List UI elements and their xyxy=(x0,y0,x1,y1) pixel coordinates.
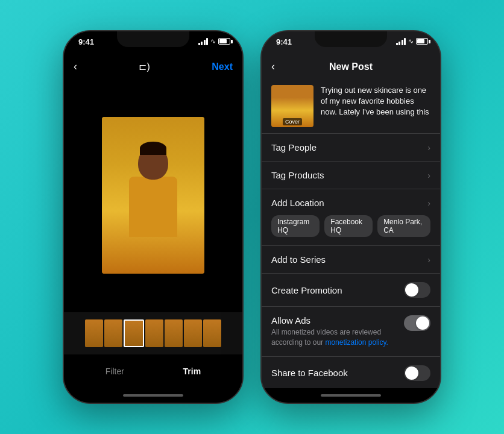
chip-instagram-hq[interactable]: Instagram HQ xyxy=(271,215,320,237)
notch-2 xyxy=(315,31,387,47)
share-facebook-row: Share to Facebook xyxy=(262,357,440,388)
add-location-label: Add Location xyxy=(271,198,324,208)
tag-products-row[interactable]: Tag Products › xyxy=(262,162,440,189)
timeline-frame xyxy=(203,319,221,347)
tag-products-label: Tag Products xyxy=(271,170,324,180)
add-to-series-label: Add to Series xyxy=(271,254,326,265)
video-area xyxy=(64,78,242,312)
nav-bar-1: ‹ ⊏) Next xyxy=(64,58,242,78)
video-person xyxy=(102,117,204,274)
chip-facebook-hq[interactable]: Facebook HQ xyxy=(324,215,373,237)
share-facebook-label: Share to Facebook xyxy=(271,368,348,378)
allow-ads-label: Allow Ads xyxy=(271,315,397,326)
battery-icon xyxy=(218,38,230,45)
create-promotion-toggle[interactable] xyxy=(404,282,430,298)
timeline-area[interactable] xyxy=(64,312,242,354)
battery-icon-2 xyxy=(416,38,428,45)
wifi-icon: ∿ xyxy=(210,37,216,45)
chevron-icon-3: › xyxy=(427,198,430,208)
chip-menlo-park[interactable]: Menlo Park, CA xyxy=(377,215,430,237)
status-time-2: 9:41 xyxy=(276,37,292,46)
post-content: Cover Trying out new skincare is one of … xyxy=(262,79,440,388)
add-location-row[interactable]: Add Location › xyxy=(262,189,440,212)
location-chips: Instagram HQ Facebook HQ Menlo Park, CA xyxy=(262,212,440,246)
back-button-2[interactable]: ‹ xyxy=(271,60,275,73)
status-time-1: 9:41 xyxy=(78,37,94,46)
tag-people-label: Tag People xyxy=(271,142,317,153)
allow-ads-sublabel: All monetized videos are reviewed accord… xyxy=(271,327,397,348)
home-indicator xyxy=(64,388,242,403)
wifi-icon-2: ∿ xyxy=(408,37,414,45)
bottom-tools: Filter Trim xyxy=(64,354,242,388)
tag-people-row[interactable]: Tag People › xyxy=(262,134,440,162)
timeline-frame xyxy=(85,319,103,347)
post-nav: ‹ New Post xyxy=(262,58,440,79)
allow-ads-toggle[interactable] xyxy=(404,315,430,331)
home-bar-2 xyxy=(321,394,381,397)
allow-ads-content: Allow Ads All monetized videos are revie… xyxy=(271,315,404,348)
timeline-frame xyxy=(145,319,163,347)
status-icons-1: ∿ xyxy=(198,37,231,45)
timeline-frame xyxy=(165,319,183,347)
create-promotion-label: Create Promotion xyxy=(271,285,342,295)
trim-button[interactable]: Trim xyxy=(183,366,201,376)
home-bar xyxy=(123,394,183,397)
create-promotion-row: Create Promotion xyxy=(262,274,440,307)
speaker-icon[interactable]: ⊏) xyxy=(139,61,150,72)
signal-icon xyxy=(198,38,209,45)
cover-thumbnail: Cover xyxy=(271,85,313,127)
add-to-series-row[interactable]: Add to Series › xyxy=(262,246,440,274)
caption-text[interactable]: Trying out new skincare is one of my new… xyxy=(321,85,430,118)
video-thumbnail xyxy=(102,117,204,274)
chevron-icon-4: › xyxy=(427,255,430,265)
notch xyxy=(117,31,189,47)
status-icons-2: ∿ xyxy=(396,37,429,45)
signal-icon-2 xyxy=(396,38,406,45)
share-facebook-toggle[interactable] xyxy=(404,365,430,381)
chevron-icon: › xyxy=(427,143,430,153)
cover-label: Cover xyxy=(283,118,302,125)
allow-ads-row: Allow Ads All monetized videos are revie… xyxy=(262,307,440,357)
timeline-frame-active xyxy=(124,319,144,347)
post-header: Cover Trying out new skincare is one of … xyxy=(262,79,440,133)
chevron-icon-2: › xyxy=(427,171,430,180)
back-button[interactable]: ‹ xyxy=(74,60,77,73)
filter-button[interactable]: Filter xyxy=(106,366,124,376)
home-indicator-2 xyxy=(262,388,440,403)
phone-2: 9:41 ∿ ‹ New Post xyxy=(260,30,441,404)
post-title: New Post xyxy=(329,61,373,72)
timeline-frame xyxy=(104,319,122,347)
phone-1: 9:41 ∿ ‹ ⊏) Next xyxy=(63,30,244,404)
timeline-frame xyxy=(184,319,202,347)
next-button[interactable]: Next xyxy=(212,61,233,72)
monetization-link[interactable]: monetization policy. xyxy=(325,338,388,347)
